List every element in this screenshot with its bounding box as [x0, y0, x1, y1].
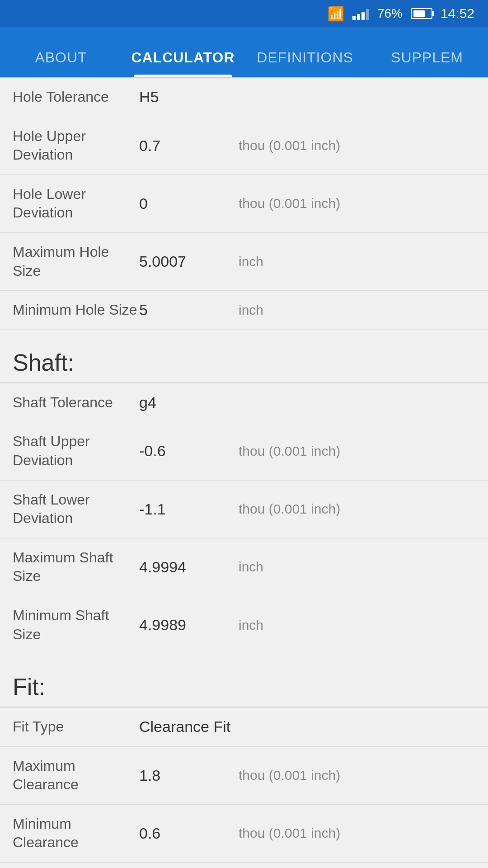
hole-section: Hole Tolerance H5 Hole Upper Deviation 0…	[0, 77, 488, 330]
max-clearance-unit: thou (0.001 inch)	[239, 768, 475, 783]
table-row: Hole Lower Deviation 0 thou (0.001 inch)	[0, 175, 488, 233]
fit-type-label: Fit Type	[13, 717, 139, 736]
shaft-tolerance-value: g4	[139, 394, 239, 411]
shaft-upper-deviation-label: Shaft Upper Deviation	[13, 432, 139, 470]
table-row: Shaft Upper Deviation -0.6 thou (0.001 i…	[0, 422, 488, 480]
min-shaft-size-unit: inch	[239, 618, 475, 633]
battery-icon	[411, 8, 432, 19]
signal-icon	[352, 7, 369, 20]
hole-upper-deviation-label: Hole Upper Deviation	[13, 127, 139, 165]
tab-calculator[interactable]: CALCULATOR	[122, 40, 244, 77]
shaft-lower-deviation-unit: thou (0.001 inch)	[239, 501, 475, 517]
hole-lower-deviation-label: Hole Lower Deviation	[13, 185, 139, 222]
max-shaft-size-unit: inch	[239, 559, 475, 575]
table-row: Minimum Shaft Size 4.9989 inch	[0, 596, 488, 654]
table-row: Maximum Hole Size 5.0007 inch	[0, 233, 488, 291]
table-row: Fit Type Clearance Fit	[0, 708, 488, 747]
fit-section-header: Fit:	[0, 660, 488, 708]
hole-tolerance-label: Hole Tolerance	[13, 88, 139, 107]
max-shaft-size-value: 4.9994	[139, 558, 239, 576]
min-hole-size-value: 5	[139, 301, 239, 319]
max-shaft-size-label: Maximum Shaft Size	[13, 548, 139, 586]
min-clearance-unit: thou (0.001 inch)	[239, 826, 475, 841]
table-row: Shaft Tolerance g4	[0, 383, 488, 423]
status-time: 14:52	[441, 6, 474, 21]
battery-percentage: 76%	[377, 6, 403, 21]
hole-upper-deviation-unit: thou (0.001 inch)	[239, 138, 475, 153]
table-row: Maximum Shaft Size 4.9994 inch	[0, 538, 488, 596]
min-shaft-size-label: Minimum Shaft Size	[13, 606, 139, 644]
shaft-upper-deviation-unit: thou (0.001 inch)	[239, 443, 475, 459]
hole-tolerance-value: H5	[139, 88, 239, 106]
hole-lower-deviation-value: 0	[139, 195, 239, 212]
table-row: Maximum Clearance 1.8 thou (0.001 inch)	[0, 747, 488, 805]
shaft-lower-deviation-value: -1.1	[139, 500, 239, 518]
wifi-icon: 📶	[328, 6, 344, 22]
shaft-tolerance-label: Shaft Tolerance	[13, 393, 139, 412]
table-row: Hole Tolerance H5	[0, 78, 488, 117]
table-row: Hole Upper Deviation 0.7 thou (0.001 inc…	[0, 117, 488, 175]
hole-lower-deviation-unit: thou (0.001 inch)	[239, 196, 475, 211]
content-area: Hole Tolerance H5 Hole Upper Deviation 0…	[0, 77, 488, 863]
table-row: Minimum Clearance 0.6 thou (0.001 inch)	[0, 805, 488, 863]
hole-upper-deviation-value: 0.7	[139, 137, 239, 155]
min-clearance-value: 0.6	[139, 825, 239, 842]
fit-section: Fit: Fit Type Clearance Fit Maximum Clea…	[0, 660, 488, 863]
max-clearance-value: 1.8	[139, 767, 239, 784]
max-hole-size-value: 5.0007	[139, 253, 239, 270]
table-row: Shaft Lower Deviation -1.1 thou (0.001 i…	[0, 481, 488, 538]
shaft-lower-deviation-label: Shaft Lower Deviation	[13, 491, 139, 528]
max-hole-size-unit: inch	[239, 254, 475, 269]
tab-supplement[interactable]: SUPPLEM	[366, 40, 488, 77]
fit-type-value: Clearance Fit	[139, 718, 320, 736]
shaft-section: Shaft: Shaft Tolerance g4 Shaft Upper De…	[0, 336, 488, 654]
min-shaft-size-value: 4.9989	[139, 616, 239, 634]
max-hole-size-label: Maximum Hole Size	[13, 243, 139, 280]
min-clearance-label: Minimum Clearance	[13, 815, 139, 852]
status-bar: 📶 76% 14:52	[0, 0, 488, 27]
min-hole-size-unit: inch	[239, 302, 475, 318]
shaft-upper-deviation-value: -0.6	[139, 442, 239, 460]
nav-tabs: ABOUT CALCULATOR DEFINITIONS SUPPLEM	[0, 27, 488, 77]
shaft-section-header: Shaft:	[0, 336, 488, 383]
tab-about[interactable]: ABOUT	[0, 40, 122, 77]
table-row: Minimum Hole Size 5 inch	[0, 291, 488, 330]
max-clearance-label: Maximum Clearance	[13, 757, 139, 794]
tab-definitions[interactable]: DEFINITIONS	[244, 40, 366, 77]
min-hole-size-label: Minimum Hole Size	[13, 301, 139, 320]
